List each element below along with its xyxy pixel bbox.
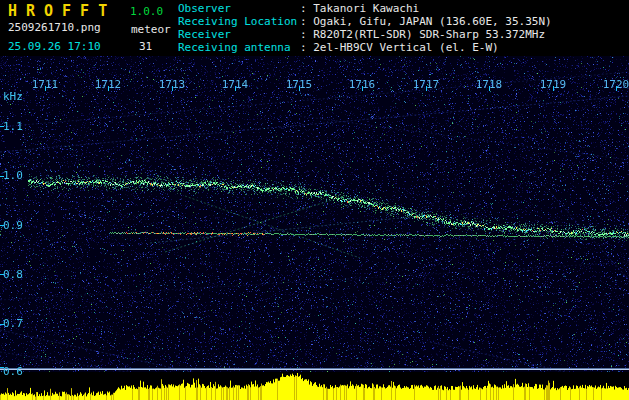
freq-label: 1.1	[3, 120, 23, 133]
info-label: Receiving Location	[178, 15, 300, 28]
freq-label: 0.6	[3, 365, 23, 378]
time-label: 1713	[158, 78, 186, 91]
app-version: 1.0.0	[130, 5, 163, 18]
app-title: HROFFT	[8, 2, 116, 20]
meteor-count: 31	[139, 40, 152, 53]
time-label: 1717	[412, 78, 440, 91]
freq-unit-label: kHz	[3, 90, 23, 103]
time-label: 1719	[539, 78, 567, 91]
hrofft-app: HROFFT 1.0.0 2509261710.png meteor 31 25…	[0, 0, 629, 400]
time-label: 1718	[475, 78, 503, 91]
time-label: 1712	[94, 78, 122, 91]
time-label: 1715	[285, 78, 313, 91]
freq-label: 1.0	[3, 169, 23, 182]
info-label: Receiver	[178, 28, 300, 41]
info-label: Observer	[178, 2, 300, 15]
freq-label: 0.9	[3, 219, 23, 232]
info-row-receiver: Receiver : R820T2(RTL-SDR) SDR-Sharp 53.…	[178, 28, 552, 41]
time-label: 1720	[602, 78, 629, 91]
time-label: 1711	[31, 78, 59, 91]
freq-label: 0.7	[3, 317, 23, 330]
info-value: : Takanori Kawachi	[300, 2, 419, 15]
info-value: : Ogaki, Gifu, JAPAN (136.60E, 35.35N)	[300, 15, 552, 28]
output-filename: 2509261710.png	[8, 21, 101, 34]
freq-label: 0.8	[3, 268, 23, 281]
info-label: Receiving antenna	[178, 41, 300, 54]
info-row-observer: Observer : Takanori Kawachi	[178, 2, 552, 15]
amplitude-canvas	[0, 372, 629, 400]
info-row-antenna: Receiving antenna : 2el-HB9CV Vertical (…	[178, 41, 552, 54]
mode-label: meteor	[131, 23, 171, 36]
info-value: : R820T2(RTL-SDR) SDR-Sharp 53.372MHz	[300, 28, 545, 41]
station-info: Observer : Takanori Kawachi Receiving Lo…	[178, 2, 552, 54]
info-row-location: Receiving Location : Ogaki, Gifu, JAPAN …	[178, 15, 552, 28]
info-value: : 2el-HB9CV Vertical (el. E-W)	[300, 41, 499, 54]
time-label: 1716	[348, 78, 376, 91]
spectrogram-canvas	[0, 56, 629, 372]
time-label: 1714	[221, 78, 249, 91]
timestamp: 25.09.26 17:10	[8, 40, 101, 53]
